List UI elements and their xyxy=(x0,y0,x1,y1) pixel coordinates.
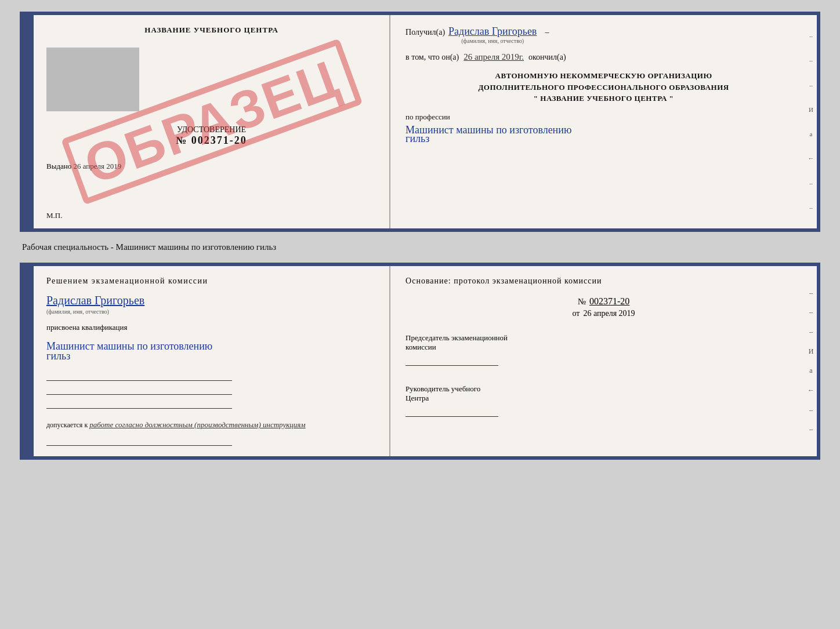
profession-block-top: по профессии Машинист машины по изготовл… xyxy=(405,112,802,145)
cert-block: УДОСТОВЕРЕНИЕ № 002371-20 xyxy=(46,125,376,147)
completed-label-top: окончил(а) xyxy=(528,53,566,62)
protocol-date-line: от 26 апреля 2019 xyxy=(572,309,635,318)
assigned-label: присвоена квалификация xyxy=(46,323,376,332)
decision-text: Решением экзаменационной комиссии xyxy=(46,277,376,286)
profession-label-top: по профессии xyxy=(405,112,450,121)
top-left-panel: НАЗВАНИЕ УЧЕБНОГО ЦЕНТРА УДОСТОВЕРЕНИЕ №… xyxy=(34,15,390,228)
separator-label: Рабочая специальность - Машинист машины … xyxy=(20,242,820,252)
top-spine xyxy=(23,15,34,228)
head-block: Руководитель учебного Центра xyxy=(405,384,802,419)
top-left-title: НАЗВАНИЕ УЧЕБНОГО ЦЕНТРА xyxy=(46,26,376,35)
issued-line: Выдано 26 апреля 2019 xyxy=(46,162,376,171)
allowed-label: допускается к xyxy=(46,421,88,429)
photo-placeholder xyxy=(46,48,139,111)
date-label-top: в том, что он(а) xyxy=(405,53,459,62)
org-block-top: АВТОНОМНУЮ НЕКОММЕРЧЕСКУЮ ОРГАНИЗАЦИЮ ДО… xyxy=(405,70,802,104)
chairman-title1: Председатель экзаменационной xyxy=(405,333,802,343)
bottom-left-panel: Решением экзаменационной комиссии Радисл… xyxy=(34,266,390,456)
number-label: № xyxy=(578,297,586,307)
org-line1: АВТОНОМНУЮ НЕКОММЕРЧЕСКУЮ ОРГАНИЗАЦИЮ xyxy=(405,70,802,82)
recipient-name-bottom: Радислав Григорьев xyxy=(46,294,144,307)
head-signature xyxy=(405,408,498,417)
date-from-label: от xyxy=(572,309,580,318)
protocol-number: 002371-20 xyxy=(589,296,629,307)
side-marks-bottom: – – – И а ← – – xyxy=(805,278,817,445)
received-label: Получил(а) xyxy=(405,28,445,37)
protocol-number-line: № 002371-20 xyxy=(578,296,630,307)
name-sublabel-top: (фамилия, имя, отчество) xyxy=(461,38,524,44)
org-line3: " НАЗВАНИЕ УЧЕБНОГО ЦЕНТРА " xyxy=(405,93,802,104)
chairman-title2: комиссии xyxy=(405,343,802,352)
bottom-document: Решением экзаменационной комиссии Радисл… xyxy=(20,263,820,460)
date-line-top: в том, что он(а) 26 апреля 2019г. окончи… xyxy=(405,52,802,62)
issued-label: Выдано xyxy=(46,162,71,170)
name-sublabel-bottom: (фамилия, имя, отчество) xyxy=(46,308,109,315)
allowed-block: допускается к работе согласно должностны… xyxy=(46,420,376,430)
cert-number: № 002371-20 xyxy=(46,134,376,147)
underline3 xyxy=(46,399,232,409)
chairman-signature xyxy=(405,357,498,366)
org-line2: ДОПОЛНИТЕЛЬНОГО ПРОФЕССИОНАЛЬНОГО ОБРАЗО… xyxy=(405,82,802,93)
head-title1: Руководитель учебного xyxy=(405,384,802,394)
bottom-right-panel: Основание: протокол экзаменационной коми… xyxy=(390,266,817,456)
completed-date-top: 26 апреля 2019г. xyxy=(464,52,524,62)
cert-label: УДОСТОВЕРЕНИЕ xyxy=(46,125,376,134)
received-line: Получил(а) Радислав Григорьев (фамилия, … xyxy=(405,26,802,44)
allowed-text: работе согласно должностным (производств… xyxy=(89,420,305,429)
side-marks-top: – – – И а ← – – xyxy=(805,15,817,228)
issued-date: 26 апреля 2019 xyxy=(74,162,122,170)
mp-label: М.П. xyxy=(46,211,62,220)
top-right-panel: Получил(а) Радислав Григорьев (фамилия, … xyxy=(390,15,817,228)
underline2 xyxy=(46,386,232,395)
top-document: НАЗВАНИЕ УЧЕБНОГО ЦЕНТРА УДОСТОВЕРЕНИЕ №… xyxy=(20,12,820,232)
chairman-block: Председатель экзаменационной комиссии xyxy=(405,333,802,368)
head-title2: Центра xyxy=(405,394,802,403)
bottom-spine xyxy=(23,266,34,456)
basis-label: Основание: протокол экзаменационной коми… xyxy=(405,277,802,286)
underline1 xyxy=(46,372,232,381)
recipient-name-top: Радислав Григорьев xyxy=(448,26,537,38)
qualification-name2: гильз xyxy=(46,350,376,362)
date-from: 26 апреля 2019 xyxy=(583,309,635,318)
underline-allowed xyxy=(46,439,232,446)
